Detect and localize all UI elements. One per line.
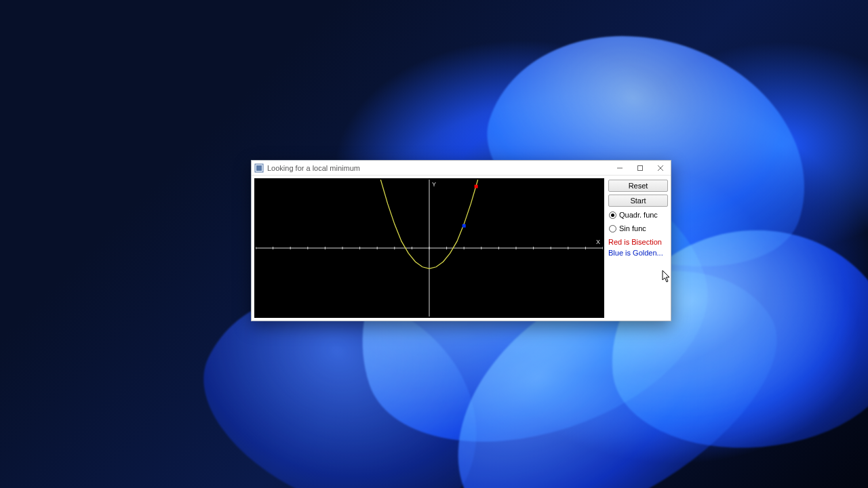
radio-dot-icon [609,211,616,219]
close-button[interactable] [650,161,671,175]
radio-sin-label: Sin func [619,224,646,232]
titlebar[interactable]: Looking for a local minimum [252,161,671,176]
y-axis-label: Y [432,181,436,188]
minimize-button[interactable] [610,161,630,175]
legend-golden: Blue is Golden... [608,249,668,257]
radio-quadr-label: Quadr. func [619,211,658,219]
svg-rect-1 [256,165,262,171]
svg-rect-30 [462,224,466,228]
start-button[interactable]: Start [608,195,668,207]
maximize-button[interactable] [630,161,650,175]
svg-rect-3 [638,165,643,170]
legend-bisection: Red is Bisection [608,238,668,246]
side-panel: Reset Start Quadr. func Sin func Red is … [608,178,668,318]
x-axis-label: X [596,239,600,245]
window-title: Looking for a local minimum [267,164,610,172]
plot-area: X Y [254,178,604,318]
radio-quadr[interactable]: Quadr. func [608,209,668,220]
svg-rect-29 [475,185,478,188]
radio-dot-icon [609,225,616,232]
app-icon [254,163,264,173]
radio-sin[interactable]: Sin func [608,223,668,234]
plot-svg [256,180,603,317]
reset-button[interactable]: Reset [608,180,668,192]
app-window: Looking for a local minimum X Y Reset St… [251,160,671,321]
